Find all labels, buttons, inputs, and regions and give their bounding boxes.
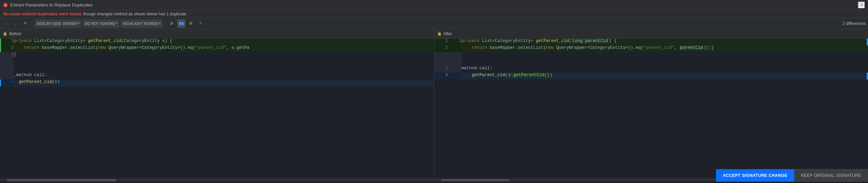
line-num-right (448, 45, 462, 52)
viewer-label: SIDE-BY-SIDE VIEWER (37, 22, 77, 26)
keep-original-button[interactable]: KEEP ORIGINAL SIGNATURE (794, 169, 868, 182)
line-num-right: 1 (448, 39, 462, 45)
line-content: private List<CategoryEntity> getParent_c… (14, 39, 434, 45)
line-num: 1 (0, 39, 14, 45)
line-content (14, 59, 434, 66)
edit-button[interactable]: ✎ (21, 19, 29, 28)
line-num (0, 59, 14, 66)
ignore-dropdown[interactable]: DO NOT IGNORE ▾ (83, 19, 119, 28)
left-scrollbar-thumb (7, 179, 116, 181)
line-content: method call: (462, 66, 868, 73)
ignore-chevron: ▾ (116, 22, 117, 25)
right-panel: 🔒 After 1 1 private List<CategoryEntity>… (434, 29, 868, 181)
viewer-dropdown[interactable]: SIDE-BY-SIDE VIEWER ▾ (34, 19, 81, 28)
svg-text:J: J (5, 4, 6, 7)
highlight-chevron: ▾ (159, 22, 160, 25)
right-panel-title: After (444, 31, 452, 36)
line-content: private List<CategoryEntity> getParent_c… (462, 39, 868, 45)
line-num-right (448, 66, 462, 73)
table-row: — getParent_cid(v) (0, 80, 434, 86)
left-panel-title: Before (9, 31, 21, 36)
separator-2 (165, 20, 165, 27)
left-panel: 🔒 Before 1 private List<CategoryEntity> … (0, 29, 434, 181)
left-lock-icon: 🔒 (3, 31, 8, 36)
left-code-table: 1 private List<CategoryEntity> getParent… (0, 39, 434, 86)
table-row: 3 } (0, 52, 434, 59)
line-content (14, 66, 434, 73)
next-diff-button[interactable]: ↓ (12, 19, 20, 28)
right-scrollbar-thumb (441, 179, 509, 181)
dialog-title: Extract Parameters to Replace Duplicates (10, 2, 93, 8)
bottom-action-bar: ACCEPT SIGNATURE CHANGE KEEP ORIGINAL SI… (716, 169, 868, 181)
line-num: 2 (0, 45, 14, 52)
help-button[interactable]: ? (196, 19, 205, 28)
table-row: 2 return baseMapper.selectList(new Query… (434, 45, 868, 52)
table-row: 6 getParent_cid(v.getParentCid()) (434, 73, 868, 80)
toolbar: ↑ ↓ ✎ SIDE-BY-SIDE VIEWER ▾ DO NOT IGNOR… (0, 18, 868, 29)
viewer-chevron: ▾ (78, 22, 79, 25)
diff-count: 2 differences (843, 21, 866, 26)
close-button[interactable]: ✕ (858, 1, 865, 9)
line-num-right (448, 59, 462, 66)
table-row: 2 return baseMapper.selectList(new Query… (0, 45, 434, 52)
line-content: } (14, 52, 434, 59)
line-num-left: 1 (434, 39, 448, 45)
line-content: _method call: (14, 73, 434, 80)
table-row: 1 1 private List<CategoryEntity> getPare… (434, 39, 868, 45)
sync-button[interactable] (177, 19, 185, 28)
line-num-right (448, 73, 462, 80)
accept-signature-button[interactable]: ACCEPT SIGNATURE CHANGE (716, 169, 794, 182)
line-num-left (434, 52, 448, 59)
table-row (434, 59, 868, 66)
right-lock-icon: 🔒 (437, 31, 442, 36)
line-num: 3 (0, 52, 14, 59)
highlight-dropdown[interactable]: HIGHLIGHT WORDS ▾ (121, 19, 163, 28)
line-content: getParent_cid(v.getParentCid()) (462, 73, 868, 80)
table-row: 1 private List<CategoryEntity> getParent… (0, 39, 434, 45)
svg-rect-2 (179, 22, 181, 25)
prev-diff-button[interactable]: ↑ (2, 19, 10, 28)
left-code-area[interactable]: 1 private List<CategoryEntity> getParent… (0, 39, 434, 179)
info-normal: though changed method as shown below has… (82, 12, 186, 16)
line-num (0, 73, 14, 80)
swap-button[interactable]: ⇄ (168, 19, 176, 28)
separator-1 (32, 20, 32, 27)
settings-button[interactable]: ⚙ (187, 19, 195, 28)
line-content (462, 59, 868, 66)
right-panel-header: 🔒 After (434, 29, 868, 39)
line-num (0, 66, 14, 73)
info-bar: No exact method duplicates were found, t… (0, 10, 868, 18)
highlight-label: HIGHLIGHT WORDS (123, 22, 158, 26)
left-scrollbar[interactable] (0, 179, 434, 181)
line-num-right (448, 52, 462, 59)
table-row (0, 59, 434, 66)
line-num-left: 5 (434, 66, 448, 73)
table-row: _method call: (0, 73, 434, 80)
info-highlight: No exact method duplicates were found, (3, 12, 82, 16)
ignore-label: DO NOT IGNORE (85, 22, 115, 26)
line-num-left (434, 59, 448, 66)
table-row (0, 66, 434, 73)
left-panel-header: 🔒 Before (0, 29, 434, 39)
line-content: return baseMapper.selectList(new QueryWr… (462, 45, 868, 52)
line-num: — (0, 80, 14, 86)
svg-rect-3 (182, 22, 183, 25)
title-bar: J Extract Parameters to Replace Duplicat… (0, 0, 868, 10)
line-content (462, 52, 868, 59)
line-content: return baseMapper.selectList(new QueryWr… (14, 45, 434, 52)
right-code-table: 1 1 private List<CategoryEntity> getPare… (434, 39, 868, 80)
line-num-left: 6 (434, 73, 448, 80)
line-content: getParent_cid(v) (14, 80, 434, 86)
table-row (434, 52, 868, 59)
line-num-left: 2 (434, 45, 448, 52)
app-icon: J (3, 2, 8, 8)
table-row: 5 method call: (434, 66, 868, 73)
right-code-area[interactable]: 1 1 private List<CategoryEntity> getPare… (434, 39, 868, 179)
